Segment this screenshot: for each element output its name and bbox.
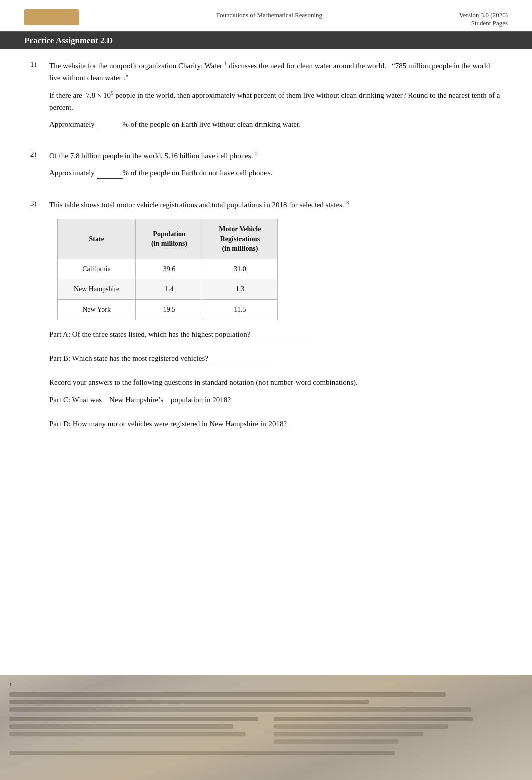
q3-partC: Part C: What was New Hampshire’s populat… [49,394,502,406]
question-3: 3) This table shows total motor vehicle … [30,198,502,435]
q3-footnote: 3 [346,199,349,205]
blur-line-1 [9,692,446,697]
partA-text: Part A: Of the three states listed, whic… [49,330,250,338]
col-registrations: Motor VehicleRegistrations(in millions) [203,219,277,259]
q3-number: 3) [30,198,49,435]
blur-col1-line1 [9,717,258,721]
q1-number: 1) [30,59,49,135]
blur-line-3 [9,707,471,712]
footer-content: 1 [0,675,532,763]
footer-footnote-number: 1 [9,681,12,687]
q3-text1: This table shows total motor vehicle reg… [49,201,344,209]
table-row: New York 19.5 11.5 [58,299,278,320]
partD-text: Part D: How many motor vehicles were reg… [49,420,287,428]
q2-footnote: 2 [255,150,258,156]
question-1: 1) The website for the nonprofit organiz… [30,59,502,135]
blur-col1-line2 [9,724,233,729]
table-row: California 39.6 31.0 [58,259,278,279]
col-population: Population(in millions) [136,219,203,259]
q2-para2: Approximately % of the people on Earth d… [49,167,502,179]
q3-body: This table shows total motor vehicle reg… [49,198,502,435]
cell-state-1: California [58,259,136,279]
blur-col2-line1 [274,717,473,721]
partC-text: Part C: What was New Hampshire’s populat… [49,396,231,404]
cell-pop-3: 19.5 [136,299,203,320]
q2-text3: % of the people on Earth do not have cel… [123,169,273,177]
q3-para1: This table shows total motor vehicle reg… [49,198,502,211]
notation-intro-text: Record your answers to the following que… [49,378,358,386]
cell-state-3: New York [58,299,136,320]
blur-line-bottom [9,751,395,755]
footer-image-area: 1 [0,675,532,780]
q2-number: 2) [30,149,49,184]
table-row: New Hampshire 1.4 1.3 [58,279,278,300]
states-table: State Population(in millions) Motor Vehi… [57,219,278,320]
blur-col-1 [9,717,258,747]
q1-sci-notation: 7.8 × 109 [86,91,113,99]
q2-body: Of the 7.8 billion people in the world, … [49,149,502,184]
version-text: Version 3.0 (2020) [459,11,508,19]
cell-reg-3: 11.5 [203,299,277,320]
q2-para1: Of the 7.8 billion people in the world, … [49,149,502,162]
q3-partD: Part D: How many motor vehicles were reg… [49,418,502,430]
q1-text3: If there are [49,91,86,99]
cell-pop-2: 1.4 [136,279,203,300]
q3-notation-intro: Record your answers to the following que… [49,376,502,388]
page-container: Foundations of Mathematical Reasoning Ve… [0,0,532,780]
blur-col1-line3 [9,732,246,736]
blur-columns [9,717,523,747]
header-version: Version 3.0 (2020) Student Pages [459,9,508,27]
pages-text: Student Pages [459,19,508,27]
q1-text6: % of the people on Earth live without cl… [123,120,301,128]
cell-pop-1: 39.6 [136,259,203,279]
assignment-title-bar: Practice Assignment 2.D [0,32,532,49]
blur-col2-line4 [274,739,398,744]
q1-para3: Approximately % of the people on Earth l… [49,118,502,130]
q2-blank [97,172,123,179]
assignment-title: Practice Assignment 2.D [24,36,113,45]
institution-logo [24,9,79,25]
q1-para2: If there are 7.8 × 109 people in the wor… [49,89,502,113]
q1-para1: The website for the nonprofit organizati… [49,59,502,84]
q1-text4: people in the world, then approximately … [49,91,500,111]
blur-col2-line3 [274,732,423,736]
q1-footnote1: 1 [224,60,227,66]
cell-reg-1: 31.0 [203,259,277,279]
blur-col-2 [274,717,523,747]
q2-text2: Approximately [49,169,97,177]
q1-text1: The website for the nonprofit organizati… [49,62,222,70]
partB-text: Part B: Which state has the most registe… [49,354,208,362]
question-2: 2) Of the 7.8 billion people in the worl… [30,149,502,184]
q3-partA: Part A: Of the three states listed, whic… [49,328,502,340]
q1-body: The website for the nonprofit organizati… [49,59,502,135]
blurred-text-block [9,692,523,755]
header-title: Foundations of Mathematical Reasoning [79,9,459,19]
col-state: State [58,219,136,259]
q3-partB: Part B: Which state has the most registe… [49,352,502,364]
q1-blank [97,123,123,130]
partA-blank [252,333,313,340]
blur-line-2 [9,700,369,704]
cell-state-2: New Hampshire [58,279,136,300]
table-header-row: State Population(in millions) Motor Vehi… [58,219,278,259]
blur-col2-line2 [274,724,448,729]
main-content: 1) The website for the nonprofit organiz… [0,49,532,464]
header-center-text: Foundations of Mathematical Reasoning [216,11,322,19]
partB-blank [210,357,271,364]
q2-text1: Of the 7.8 billion people in the world, … [49,152,253,160]
cell-reg-2: 1.3 [203,279,277,300]
q1-text5: Approximately [49,120,97,128]
page-header: Foundations of Mathematical Reasoning Ve… [0,0,532,32]
